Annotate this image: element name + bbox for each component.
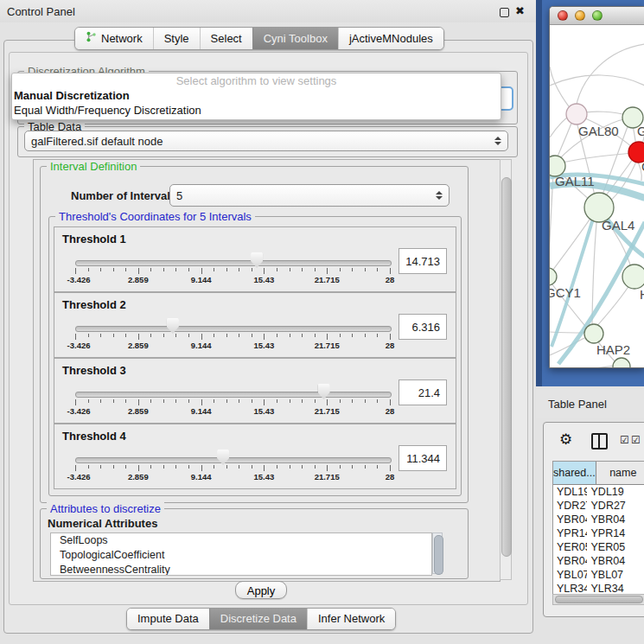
threshold-value-field[interactable]: 21.4: [399, 379, 447, 405]
slider-ticks: [75, 399, 390, 406]
network-node-hap2[interactable]: [584, 324, 603, 343]
cell-name[interactable]: YER05: [587, 540, 644, 554]
checkbox-icon[interactable]: ☑: [631, 434, 641, 446]
tab-cyni-toolbox[interactable]: Cyni Toolbox: [252, 28, 338, 49]
cell-name[interactable]: YBL07: [587, 568, 644, 582]
column-header-name[interactable]: name: [596, 462, 644, 484]
slider-track[interactable]: [75, 392, 392, 398]
cell-shared-name[interactable]: YDR27...: [553, 499, 587, 513]
minimize-traffic-light-icon[interactable]: [575, 10, 585, 21]
table-row[interactable]: YDR27...YDR27: [553, 499, 644, 513]
number-of-intervals-combobox[interactable]: 5: [169, 184, 450, 207]
network-window-titlebar[interactable]: [550, 7, 644, 25]
scrollbar-thumb[interactable]: [434, 535, 443, 575]
checkbox-icon[interactable]: ☑: [620, 434, 629, 446]
cell-name[interactable]: YDL19: [587, 485, 644, 499]
zoom-traffic-light-icon[interactable]: [592, 10, 603, 21]
numerical-attributes-list[interactable]: SelfLoopsTopologicalCoefficientBetweenne…: [50, 532, 432, 576]
tab-infer-network[interactable]: Infer Network: [307, 609, 395, 629]
network-edge[interactable]: [550, 212, 595, 274]
network-edge[interactable]: [558, 153, 633, 163]
table-panel-titlebar: Table Panel: [536, 389, 644, 418]
dropdown-option[interactable]: Manual Discretization: [12, 88, 501, 103]
attributes-group-title: Attributes to discretize: [47, 502, 164, 515]
float-panel-icon[interactable]: [500, 8, 509, 17]
gear-icon[interactable]: ⚙: [559, 430, 572, 449]
tab-select[interactable]: Select: [200, 28, 252, 49]
network-view-window[interactable]: GAL80GACGAL11GAL4GCY1HHAP2: [549, 6, 644, 368]
threshold-panel-2: Threshold 2-3.4262.8599.14415.4321.71528…: [54, 292, 456, 358]
table-row[interactable]: YBL079WYBL07: [553, 568, 644, 582]
numerical-attributes-label: Numerical Attributes: [48, 517, 157, 530]
network-node-gcy1[interactable]: [550, 268, 557, 285]
network-node-label: GA: [637, 124, 644, 138]
network-edge[interactable]: [550, 75, 644, 86]
tab-discretize-data[interactable]: Discretize Data: [209, 609, 307, 629]
threshold-value-field[interactable]: 14.713: [399, 248, 447, 274]
table-row[interactable]: YDL19...YDL19: [553, 485, 644, 499]
close-traffic-light-icon[interactable]: [558, 10, 568, 21]
table-row[interactable]: YPR145WYPR14: [553, 526, 644, 540]
network-canvas[interactable]: GAL80GACGAL11GAL4GCY1HHAP2: [550, 25, 644, 368]
table-row[interactable]: YER054CYER05: [553, 540, 644, 554]
table-data-combobox[interactable]: galFiltered.sif default node: [24, 131, 508, 151]
cell-shared-name[interactable]: YDL19...: [553, 485, 587, 499]
network-node-gal80[interactable]: [566, 104, 587, 124]
control-panel-title: Control Panel: [7, 5, 75, 18]
network-node-label: GAL80: [578, 124, 619, 138]
table-row[interactable]: YBR043CYBR04: [553, 513, 644, 526]
attribute-list-item[interactable]: BetweennessCentrality: [51, 563, 431, 576]
table-panel-toolbar: ⚙ ☑ ☑: [544, 423, 644, 459]
slider-track[interactable]: [75, 260, 392, 266]
slider-track[interactable]: [75, 457, 392, 463]
slider-ticks: [75, 465, 390, 472]
table-horizontal-scrollbar[interactable]: [552, 594, 644, 605]
network-edge[interactable]: [575, 44, 644, 114]
tab-label: Cyni Toolbox: [264, 32, 328, 45]
column-header-shared-name[interactable]: shared...: [553, 462, 596, 484]
cyni-bottom-tab-bar: Impute DataDiscretize DataInfer Network: [126, 608, 396, 630]
control-panel-tab-bar: NetworkStyleSelectCyni ToolboxjActiveMNo…: [74, 27, 444, 50]
tab-network[interactable]: Network: [75, 28, 153, 49]
tab-label: Impute Data: [137, 612, 199, 625]
slider-tick-labels: -3.4262.8599.14415.4321.71528: [75, 275, 390, 285]
scrollbar-thumb[interactable]: [555, 596, 643, 603]
slider-ticks: [75, 334, 390, 341]
tab-impute-data[interactable]: Impute Data: [127, 609, 209, 629]
cell-name[interactable]: YPR14: [587, 526, 644, 540]
network-node-h[interactable]: [622, 265, 644, 289]
split-columns-icon[interactable]: [591, 433, 608, 450]
threshold-value-field[interactable]: 6.316: [399, 314, 447, 340]
dropdown-option[interactable]: Equal Width/Frequency Discretization: [12, 103, 501, 118]
threshold-label: Threshold 4: [62, 430, 126, 443]
cell-shared-name[interactable]: YBR045C: [553, 554, 587, 568]
cell-shared-name[interactable]: YPR145W: [553, 526, 587, 540]
cell-name[interactable]: YDR27: [587, 499, 644, 513]
attribute-list-item[interactable]: TopologicalCoefficient: [51, 548, 431, 563]
threshold-label: Threshold 2: [62, 298, 126, 311]
app-window: Control Panel ✖ NetworkStyleSelectCyni T…: [0, 0, 644, 644]
cell-name[interactable]: YBR04: [587, 513, 644, 526]
tab-jactivemnodules[interactable]: jActiveMNodules: [338, 28, 443, 49]
attribute-list-item[interactable]: SelfLoops: [51, 533, 431, 548]
network-edge[interactable]: [550, 366, 615, 368]
slider-tick-labels: -3.4262.8599.14415.4321.71528: [75, 472, 390, 482]
close-icon[interactable]: ✖: [515, 4, 525, 17]
threshold-value-field[interactable]: 11.344: [399, 445, 447, 471]
threshold-label: Threshold 1: [62, 233, 126, 245]
cell-shared-name[interactable]: YBL079W: [553, 568, 587, 582]
tab-label: Network: [101, 32, 143, 45]
cell-shared-name[interactable]: YBR043C: [553, 513, 587, 526]
number-of-intervals-label: Number of Intervals: [71, 189, 176, 202]
cell-name[interactable]: YBR04: [587, 554, 644, 568]
network-node[interactable]: [613, 358, 630, 368]
apply-button[interactable]: Apply: [235, 581, 287, 599]
table-panel-title: Table Panel: [548, 398, 607, 411]
cell-shared-name[interactable]: YER054C: [553, 540, 587, 554]
table-row[interactable]: YBR045CYBR04: [553, 554, 644, 568]
tab-style[interactable]: Style: [153, 28, 200, 49]
scrollbar-thumb[interactable]: [501, 177, 512, 557]
slider-track[interactable]: [75, 326, 392, 332]
attributes-list-scrollbar[interactable]: [432, 532, 443, 574]
settings-vertical-scrollbar[interactable]: [500, 159, 512, 580]
